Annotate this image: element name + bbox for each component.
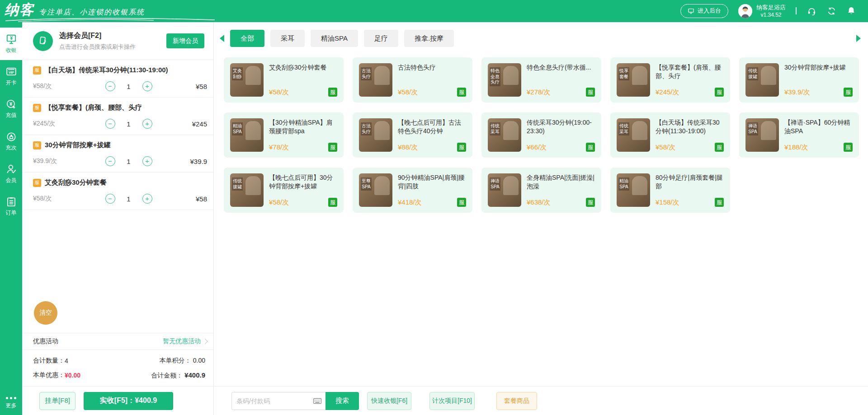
product-card[interactable]: 精油SPA 80分钟足疗|肩颈套餐|腿部 ¥158/次 服	[610, 168, 730, 213]
product-card[interactable]: 至尊SPA 90分钟精油SPA|肩颈|腰背|四肢 ¥418/次 服	[353, 168, 472, 213]
count-item-button[interactable]: 计次项目[F10]	[429, 392, 475, 410]
product-price: ¥58/次	[656, 143, 675, 152]
product-card[interactable]: 传统拔罐 30分钟背部按摩+拔罐 ¥39.9/次 服	[739, 57, 859, 103]
decrease-qty-button[interactable]	[105, 119, 115, 129]
cart-item[interactable]: 服 艾灸刮痧30分钟套餐 ¥58/次 1 ¥58	[22, 173, 213, 210]
charge-button[interactable]: 实收[F5]：¥400.9	[84, 392, 173, 410]
product-price: ¥188/次	[784, 143, 808, 152]
increase-qty-button[interactable]	[142, 119, 152, 129]
product-name: 90分钟精油SPA|肩颈|腰背|四肢	[398, 173, 466, 191]
cart-item-unit-price: ¥58/次	[33, 82, 86, 90]
tab-tuina-massage[interactable]: 推拿.按摩	[404, 30, 454, 47]
service-badge: 服	[844, 143, 853, 152]
sidebar-item-more[interactable]: 更多	[0, 397, 22, 410]
product-price: ¥245/次	[656, 88, 679, 97]
keyboard-icon[interactable]	[313, 396, 322, 407]
cart-item-qty: 1	[126, 120, 132, 128]
tab-all[interactable]: 全部	[230, 30, 264, 47]
top-bar: 纳客 专注单店、小连锁的收银系统 进入后台 纳客足浴店	[0, 0, 868, 22]
cart-item-unit-price: ¥245/次	[33, 120, 86, 128]
member-section: 选择会员[F2] 点击进行会员搜索或刷卡操作 新增会员	[22, 22, 213, 60]
product-card[interactable]: 传统拔罐 【晚七点后可用】30分钟背部按摩+拔罐 ¥58/次 服	[224, 168, 344, 213]
decrease-qty-button[interactable]	[105, 81, 115, 91]
cart-spacer	[22, 210, 213, 301]
product-card[interactable]: 悦享套餐 【悦享套餐】(肩颈、腰部、头疗 ¥245/次 服	[610, 57, 730, 103]
scroll-right-icon[interactable]	[856, 35, 861, 42]
tab-oil-spa[interactable]: 精油SPA	[311, 30, 358, 47]
product-name: 30分钟背部按摩+拔罐	[784, 63, 853, 72]
sync-icon[interactable]	[826, 6, 836, 16]
product-price: ¥58/次	[269, 198, 289, 207]
sidebar-item-recharge[interactable]: ¥ 充值	[0, 93, 22, 125]
select-member-button[interactable]: 选择会员[F2] 点击进行会员搜索或刷卡操作	[59, 31, 136, 51]
product-name: 特色全息头疗(带水循...	[527, 63, 595, 72]
notification-bell-icon[interactable]	[846, 6, 856, 16]
product-card[interactable]: 禅语SPA 全身精油SPA|洗面|搓澡|泡澡 ¥638/次 服	[481, 168, 601, 213]
cart-item-amount: ¥58	[171, 195, 207, 203]
cart-item[interactable]: 服 【悦享套餐】(肩颈、腰部、头疗 ¥245/次 1 ¥245	[22, 98, 213, 135]
clear-cart-button[interactable]: 清空	[34, 301, 57, 325]
cart-item-qty: 1	[126, 83, 132, 90]
sidebar-item-label: 开卡	[6, 79, 17, 87]
package-goods-button[interactable]: 套餐商品	[496, 392, 537, 410]
product-card[interactable]: 古法头疗 【晚七点后可用】古法特色头疗40分钟 ¥88/次 服	[353, 112, 472, 158]
enter-backstage-button[interactable]: 进入后台	[680, 4, 728, 18]
select-member-title: 选择会员[F2]	[59, 31, 136, 41]
product-card[interactable]: 传统采耳 传统采耳30分钟(19:00-23:30) ¥66/次 服	[481, 112, 601, 158]
cart-items-list: 服 【白天场】传统采耳30分钟(11:30-19:00) ¥58/次 1 ¥58…	[22, 60, 213, 333]
quick-cashier-button[interactable]: 快速收银[F6]	[367, 392, 411, 410]
product-image: 传统采耳	[488, 118, 521, 152]
product-price: ¥88/次	[398, 143, 418, 152]
product-card[interactable]: 传统采耳 【白天场】传统采耳30分钟(11:30-19:00) ¥58/次 服	[610, 112, 730, 158]
sidebar-item-orders[interactable]: 订单	[0, 190, 22, 223]
barcode-input[interactable]	[231, 392, 326, 410]
product-card[interactable]: 古法头疗 古法特色头疗 ¥58/次 服	[353, 57, 472, 103]
member-card-swipe-icon[interactable]	[33, 31, 53, 51]
discount-label: 本单优惠：	[33, 371, 65, 379]
decrease-qty-button[interactable]	[105, 194, 115, 204]
customer-service-icon[interactable]	[807, 6, 816, 16]
promo-value-link[interactable]: 暂无优惠活动	[163, 337, 207, 345]
product-card[interactable]: 艾灸刮痧 艾灸刮痧30分钟套餐 ¥58/次 服	[224, 57, 344, 103]
divider	[796, 7, 797, 14]
service-badge: 服	[586, 143, 595, 152]
product-price: ¥638/次	[527, 198, 551, 207]
product-card[interactable]: 精油SPA 【30分钟精油SPA】肩颈腰背部spa ¥78/次 服	[224, 112, 344, 158]
promo-row: 优惠活动 暂无优惠活动	[22, 333, 213, 350]
discount-value: ¥0.00	[65, 372, 80, 379]
sidebar-item-cashier[interactable]: ¥ 收银	[0, 28, 22, 60]
select-member-subtitle: 点击进行会员搜索或刷卡操作	[59, 43, 136, 51]
scroll-left-icon[interactable]	[220, 35, 224, 42]
monitor-icon	[688, 8, 694, 14]
service-badge: 服	[586, 88, 595, 97]
add-member-button[interactable]: 新增会员	[166, 33, 204, 48]
tab-ear-cleaning[interactable]: 采耳	[270, 30, 305, 47]
service-badge: 服	[328, 198, 337, 207]
sidebar: ¥ 收银 VIP 开卡 ¥ 充值 充次	[0, 22, 22, 415]
main-area: 全部 采耳 精油SPA 足疗 推拿.按摩 艾灸刮痧 艾灸刮痧30分钟套餐 ¥58…	[214, 22, 868, 415]
product-price: ¥418/次	[398, 198, 422, 207]
svg-text:VIP: VIP	[8, 70, 14, 75]
sidebar-item-recharge-times[interactable]: 充次	[0, 125, 22, 158]
avatar	[738, 4, 752, 18]
product-image: 古法头疗	[359, 118, 392, 152]
app-logo: 纳客 专注单店、小连锁的收银系统	[5, 0, 145, 22]
increase-qty-button[interactable]	[142, 81, 152, 91]
product-card[interactable]: 特色全息头疗 特色全息头疗(带水循... ¥278/次 服	[481, 57, 601, 103]
increase-qty-button[interactable]	[142, 194, 152, 204]
increase-qty-button[interactable]	[142, 156, 152, 166]
service-badge: 服	[586, 198, 595, 207]
decrease-qty-button[interactable]	[105, 156, 115, 166]
search-button[interactable]: 搜索	[326, 392, 359, 410]
product-card[interactable]: 禅语SPA 【禅语·SPA】60分钟精油SPA ¥188/次 服	[739, 112, 859, 158]
service-badge: 服	[844, 88, 853, 97]
user-info[interactable]: 纳客足浴店 v1.34.52	[738, 4, 786, 19]
cart-item[interactable]: 服 【白天场】传统采耳30分钟(11:30-19:00) ¥58/次 1 ¥58	[22, 60, 213, 98]
sidebar-item-members[interactable]: 会员	[0, 158, 22, 190]
cart-item[interactable]: 服 30分钟背部按摩+拔罐 ¥39.9/次 1 ¥39.9	[22, 135, 213, 173]
recharge-times-icon	[5, 131, 17, 143]
hold-order-button[interactable]: 挂单[F8]	[39, 392, 75, 410]
sidebar-item-open-card[interactable]: VIP 开卡	[0, 60, 22, 93]
tab-foot-massage[interactable]: 足疗	[364, 30, 398, 47]
service-badge: 服	[33, 66, 41, 75]
